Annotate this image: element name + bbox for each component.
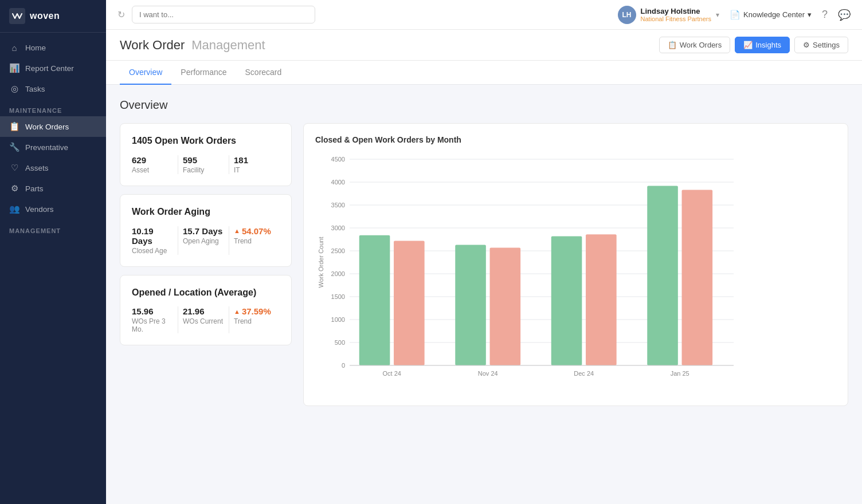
- nav-label-home: Home: [25, 44, 46, 52]
- knowledge-center-label: Knowledge Center: [743, 10, 805, 19]
- sidebar-item-vendors[interactable]: 👥Vendors: [0, 199, 106, 219]
- svg-text:Work Order Count: Work Order Count: [318, 237, 324, 288]
- search-input[interactable]: [132, 6, 315, 23]
- stat-value-open-work-orders-1: 595: [183, 155, 224, 165]
- nav-label-vendors: Vendors: [25, 205, 54, 214]
- stat-trend-work-order-aging-2: ▲ 54.07%: [234, 226, 275, 236]
- svg-text:4500: 4500: [331, 156, 345, 163]
- main-content: ↻ LH Lindsay Holstine National Fitness P…: [106, 0, 862, 504]
- nav-icon-preventative: 🔧: [9, 142, 19, 152]
- knowledge-center-chevron-icon: ▾: [808, 10, 812, 19]
- sidebar-logo: woven: [0, 0, 106, 33]
- topbar-right: LH Lindsay Holstine National Fitness Par…: [618, 6, 851, 24]
- nav-icon-report-center: 📊: [9, 63, 19, 73]
- sidebar-item-tasks[interactable]: ◎Tasks: [0, 78, 106, 99]
- help-button[interactable]: ?: [822, 9, 828, 21]
- trend-up-icon: ▲: [234, 308, 240, 315]
- user-name: Lindsay Holstine: [641, 7, 712, 15]
- stat-opened-location-1: 21.96 WOs Current: [183, 306, 229, 333]
- card-title-work-order-aging: Work Order Aging: [132, 206, 280, 218]
- stat-open-work-orders-2: 181 IT: [234, 155, 280, 174]
- stat-label-opened-location-2: Trend: [234, 317, 275, 325]
- knowledge-center-icon: 📄: [730, 10, 740, 20]
- stat-label-open-work-orders-2: IT: [234, 166, 275, 174]
- user-info[interactable]: LH Lindsay Holstine National Fitness Par…: [618, 6, 720, 24]
- card-title-open-work-orders: 1405 Open Work Orders: [132, 135, 280, 147]
- stat-value-open-work-orders-2: 181: [234, 155, 275, 165]
- svg-text:Nov 24: Nov 24: [478, 370, 498, 377]
- user-name-block: Lindsay Holstine National Fitness Partne…: [641, 7, 712, 22]
- stat-value-opened-location-0: 15.96: [132, 306, 173, 316]
- overview-cards: 1405 Open Work Orders 629 Asset 595 Faci…: [120, 123, 292, 345]
- content-area: Overview 1405 Open Work Orders 629 Asset…: [106, 85, 862, 504]
- stat-work-order-aging-2: ▲ 54.07% Trend: [234, 226, 280, 255]
- stat-trend-opened-location-2: ▲ 37.59%: [234, 306, 275, 316]
- sidebar-item-maintenance: MAINTENANCE: [0, 99, 106, 116]
- svg-text:1000: 1000: [331, 316, 345, 323]
- chat-button[interactable]: 💬: [838, 9, 851, 21]
- svg-text:3500: 3500: [331, 202, 345, 208]
- tab-overview[interactable]: Overview: [120, 61, 171, 85]
- nav-icon-tasks: ◎: [9, 84, 19, 94]
- nav-icon-home: ⌂: [9, 42, 19, 53]
- stat-label-work-order-aging-2: Trend: [234, 237, 275, 245]
- bar-chart-svg: 050010001500200025003000350040004500Work…: [315, 153, 745, 394]
- sidebar-item-parts[interactable]: ⚙Parts: [0, 178, 106, 199]
- tab-performance[interactable]: Performance: [171, 61, 236, 85]
- svg-text:3000: 3000: [331, 225, 345, 231]
- sidebar-item-report-center[interactable]: 📊Report Center: [0, 58, 106, 78]
- sidebar-item-home[interactable]: ⌂Home: [0, 37, 106, 58]
- settings-button[interactable]: ⚙Settings: [794, 37, 848, 53]
- svg-rect-22: [359, 235, 390, 365]
- search-container: [132, 6, 315, 23]
- page-header: Work Order Management 📋Work Orders📈Insig…: [106, 30, 862, 61]
- svg-rect-29: [586, 234, 617, 365]
- card-opened-location: Opened / Location (Average) 15.96 WOs Pr…: [120, 275, 292, 346]
- topbar: ↻ LH Lindsay Holstine National Fitness P…: [106, 0, 862, 30]
- svg-rect-26: [490, 247, 521, 365]
- page-title: Work Order: [120, 38, 185, 53]
- woven-logo-icon: [9, 8, 25, 24]
- chart-container: Closed & Open Work Orders by Month 05001…: [303, 123, 848, 406]
- card-stats-work-order-aging: 10.19 Days Closed Age 15.7 Days Open Agi…: [132, 226, 280, 255]
- sidebar-logo-text: woven: [30, 11, 60, 21]
- work-orders-button[interactable]: 📋Work Orders: [659, 37, 730, 53]
- card-title-opened-location: Opened / Location (Average): [132, 287, 280, 299]
- refresh-button[interactable]: ↻: [117, 9, 125, 20]
- stat-opened-location-2: ▲ 37.59% Trend: [234, 306, 280, 333]
- svg-text:500: 500: [335, 339, 345, 346]
- insights-button[interactable]: 📈Insights: [735, 37, 790, 53]
- stat-label-work-order-aging-1: Open Aging: [183, 237, 224, 245]
- stat-open-work-orders-1: 595 Facility: [183, 155, 229, 174]
- settings-icon: ⚙: [803, 41, 810, 49]
- svg-text:1500: 1500: [331, 293, 345, 300]
- tab-scorecard[interactable]: Scorecard: [236, 61, 291, 85]
- knowledge-center-button[interactable]: 📄 Knowledge Center ▾: [730, 10, 812, 20]
- svg-rect-0: [9, 8, 25, 24]
- svg-rect-28: [551, 236, 582, 365]
- page-subtitle: Management: [191, 38, 265, 53]
- stat-label-opened-location-1: WOs Current: [183, 317, 224, 325]
- stat-value-opened-location-1: 21.96: [183, 306, 224, 316]
- trend-up-icon: ▲: [234, 227, 240, 234]
- stat-open-work-orders-0: 629 Asset: [132, 155, 178, 174]
- sidebar-item-work-orders[interactable]: 📋Work Orders: [0, 116, 106, 137]
- nav-icon-parts: ⚙: [9, 183, 19, 194]
- svg-rect-31: [647, 186, 678, 365]
- overview-section-title: Overview: [120, 99, 848, 112]
- card-open-work-orders: 1405 Open Work Orders 629 Asset 595 Faci…: [120, 123, 292, 186]
- sidebar-item-preventative[interactable]: 🔧Preventative: [0, 137, 106, 158]
- card-stats-opened-location: 15.96 WOs Pre 3 Mo. 21.96 WOs Current ▲ …: [132, 306, 280, 333]
- sidebar-item-management: MANAGEMENT: [0, 219, 106, 237]
- user-chevron-icon: ▾: [716, 11, 719, 19]
- nav-icon-work-orders: 📋: [9, 121, 19, 132]
- stat-label-opened-location-0: WOs Pre 3 Mo.: [132, 317, 173, 333]
- stat-opened-location-0: 15.96 WOs Pre 3 Mo.: [132, 306, 178, 333]
- stat-value-work-order-aging-0: 10.19 Days: [132, 226, 173, 246]
- nav-label-report-center: Report Center: [25, 64, 74, 73]
- stat-label-work-order-aging-0: Closed Age: [132, 247, 173, 255]
- page-header-actions: 📋Work Orders📈Insights⚙Settings: [659, 37, 848, 53]
- work-orders-icon: 📋: [668, 41, 677, 49]
- sidebar-item-assets[interactable]: ♡Assets: [0, 158, 106, 178]
- svg-text:2500: 2500: [331, 247, 345, 254]
